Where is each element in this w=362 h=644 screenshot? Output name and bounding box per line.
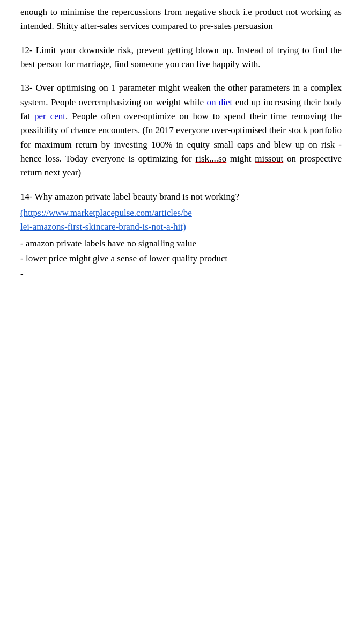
bullet-3-paragraph: - (20, 267, 342, 281)
point-12-label: 12- (20, 45, 33, 55)
main-content: enough to minimise the repercussions fro… (20, 0, 342, 281)
on-diet-link[interactable]: on diet (206, 97, 232, 107)
point-12-text: Limit your downside risk, prevent gettin… (20, 45, 342, 69)
point-14-text-1: Why amazon private label beauty brand is… (33, 192, 239, 202)
point-14-link-paragraph: (https://www.marketplacepulse.com/articl… (20, 206, 342, 235)
bullet-1-paragraph: - amazon private labels have no signalli… (20, 237, 342, 251)
bullet-2-paragraph: - lower price might give a sense of lowe… (20, 252, 342, 266)
link-line-1: (https://www.marketplacepulse.com/articl… (20, 208, 192, 218)
marketplace-pulse-link[interactable]: (https://www.marketplacepulse.com/articl… (20, 208, 192, 232)
intro-paragraph: enough to minimise the repercussions fro… (20, 5, 342, 34)
point-12-paragraph: 12- Limit your downside risk, prevent ge… (20, 43, 342, 72)
link-line-2: lei-amazons-first-skincare-brand-is-not-… (20, 222, 186, 232)
point-13-paragraph: 13- Over optimising on 1 parameter might… (20, 81, 342, 180)
bullet-1-text: - amazon private labels have no signalli… (20, 238, 196, 248)
point-14-paragraph: 14- Why amazon private label beauty bran… (20, 190, 342, 204)
bullet-3-text: - (20, 269, 24, 279)
bullet-2-text: - lower price might give a sense of lowe… (20, 253, 227, 264)
point-14-label: 14- (20, 192, 33, 202)
risk-so-link[interactable]: risk....so (196, 153, 227, 164)
intro-text: enough to minimise the repercussions fro… (20, 7, 342, 31)
point-13-label: 13- (20, 83, 33, 93)
per-cent-link[interactable]: per cent (34, 111, 65, 121)
point-13-text-4: might (226, 153, 255, 164)
missout-link[interactable]: missout (255, 153, 283, 164)
